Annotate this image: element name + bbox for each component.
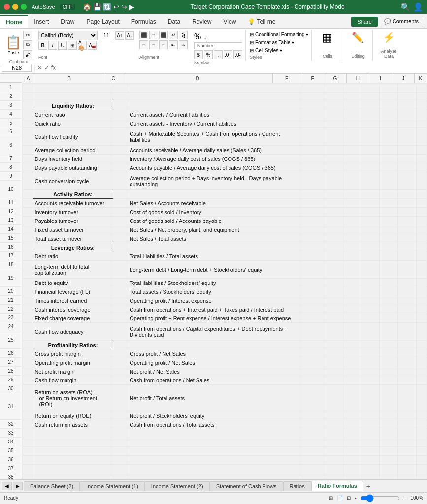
align-center-btn[interactable]: ≡	[149, 40, 158, 49]
cell-k25[interactable]	[416, 323, 427, 341]
row-34[interactable]: 34	[0, 438, 22, 446]
cell-k8[interactable]	[416, 155, 427, 163]
cell-b19[interactable]: Long-term debt to total capitalization	[33, 261, 113, 279]
cell-d31[interactable]: Net profit / Total assets	[128, 385, 302, 411]
cell-a17[interactable]	[23, 243, 33, 252]
cell-h26[interactable]	[361, 341, 380, 349]
cell-k5[interactable]	[416, 119, 427, 128]
cell-a18[interactable]	[23, 252, 33, 261]
cell-k29[interactable]	[416, 367, 427, 376]
cell-a25[interactable]	[23, 323, 33, 341]
row-8[interactable]: 8	[0, 163, 22, 172]
row-38[interactable]: 38	[0, 473, 22, 479]
cell-d3[interactable]	[128, 101, 302, 110]
cell-g23[interactable]	[343, 305, 361, 314]
cell-e18[interactable]	[302, 252, 325, 261]
row-28[interactable]: 28	[0, 367, 22, 376]
cell-a14[interactable]	[23, 217, 33, 225]
cell-e3[interactable]	[302, 101, 325, 110]
cell-k4[interactable]	[416, 110, 427, 119]
cell-i31[interactable]	[380, 385, 398, 411]
cell-i27[interactable]	[380, 349, 398, 358]
cell-k23[interactable]	[416, 305, 427, 314]
cell-f25[interactable]	[325, 323, 343, 341]
cell-k19[interactable]	[416, 261, 427, 279]
cell-j14[interactable]	[398, 217, 416, 225]
cell-g32[interactable]	[343, 411, 361, 420]
cell-d19[interactable]: Long-term debt / Long-term debt + Stockh…	[128, 261, 302, 279]
cell-b17[interactable]: Leverage Ratios:	[33, 243, 113, 252]
cell-d13[interactable]: Cost of goods sold / Inventory	[128, 208, 302, 217]
cell-k18[interactable]	[416, 252, 427, 261]
sheet-view-normal-icon[interactable]: ⊞	[329, 495, 333, 501]
cell-c32[interactable]	[113, 411, 128, 420]
cell-f9[interactable]	[325, 163, 343, 172]
cell-b1[interactable]	[33, 84, 113, 93]
cell-j33[interactable]	[398, 420, 416, 429]
cell-e23[interactable]	[302, 305, 325, 314]
cell-e19[interactable]	[302, 261, 325, 279]
cell-k30[interactable]	[416, 376, 427, 385]
cell-c11[interactable]	[113, 190, 128, 199]
cell-b21[interactable]: Financial leverage (FL)	[33, 287, 113, 296]
cell-b26[interactable]: Profitability Ratios:	[33, 341, 113, 349]
cell-g1[interactable]	[343, 84, 361, 93]
cell-h30[interactable]	[361, 376, 380, 385]
cell-c23[interactable]	[113, 305, 128, 314]
cell-f16[interactable]	[325, 234, 343, 243]
cell-a2[interactable]	[23, 93, 33, 101]
col-header-e[interactable]: E	[273, 74, 301, 83]
cell-e5[interactable]	[302, 119, 325, 128]
align-right-btn[interactable]: ≡	[159, 40, 168, 49]
cell-g14[interactable]	[343, 217, 361, 225]
cell-g5[interactable]	[343, 119, 361, 128]
cell-i14[interactable]	[380, 217, 398, 225]
cell-f3[interactable]	[325, 101, 343, 110]
cell-c31[interactable]	[113, 385, 128, 411]
cell-i5[interactable]	[380, 119, 398, 128]
cell-d9[interactable]: Accounts payable / Average daily cost of…	[128, 163, 302, 172]
cell-e27[interactable]	[302, 349, 325, 358]
cell-f24[interactable]	[325, 314, 343, 323]
cell-d32[interactable]: Net profit / Stockholders' equity	[128, 411, 302, 420]
cell-a32[interactable]	[23, 411, 33, 420]
row-30[interactable]: 30	[0, 384, 22, 393]
insert-function-icon[interactable]: fx	[51, 64, 56, 71]
cell-h33[interactable]	[361, 420, 380, 429]
cell-h13[interactable]	[361, 208, 380, 217]
row-17[interactable]: 17	[0, 252, 22, 260]
cell-e12[interactable]	[302, 199, 325, 208]
align-left-btn[interactable]: ≡	[139, 40, 148, 49]
cell-j30[interactable]	[398, 376, 416, 385]
cut-btn[interactable]: ✂	[23, 31, 32, 39]
cell-i9[interactable]	[380, 163, 398, 172]
row-3[interactable]: 3	[0, 101, 22, 110]
cell-d11[interactable]	[128, 190, 302, 199]
cell-d25[interactable]: Cash from operations / Capital expenditu…	[128, 323, 302, 341]
cell-i2[interactable]	[380, 93, 398, 101]
cell-styles-btn[interactable]: ⊞Cell Styles ▾	[250, 46, 308, 54]
cell-d27[interactable]: Gross profit / Net Sales	[128, 349, 302, 358]
row-33[interactable]: 33	[0, 429, 22, 438]
cell-c26[interactable]	[113, 341, 128, 349]
cell-i12[interactable]	[380, 199, 398, 208]
cell-j24[interactable]	[398, 314, 416, 323]
row-6-h[interactable]: 6	[0, 136, 22, 154]
row-1[interactable]: 1	[0, 83, 22, 92]
cell-b15[interactable]: Fixed asset turnover	[33, 225, 113, 234]
row-19-h[interactable]: 19	[0, 269, 22, 287]
tab-insert[interactable]: Insert	[28, 15, 55, 28]
cell-h5[interactable]	[361, 119, 380, 128]
cell-g28[interactable]	[343, 358, 361, 367]
cell-g27[interactable]	[343, 349, 361, 358]
user-icon[interactable]: 👤	[413, 2, 423, 12]
cell-k17[interactable]	[416, 243, 427, 252]
comments-button[interactable]: 💬 Comments	[380, 16, 423, 27]
tab-tell-me[interactable]: 💡 Tell me	[242, 15, 281, 28]
row-25-h[interactable]: 25	[0, 331, 22, 349]
cell-k27[interactable]	[416, 349, 427, 358]
cell-b8[interactable]: Days inventory held	[33, 155, 113, 163]
tab-home[interactable]: Home	[0, 15, 28, 28]
cell-a6[interactable]	[23, 128, 33, 146]
cell-e16[interactable]	[302, 234, 325, 243]
